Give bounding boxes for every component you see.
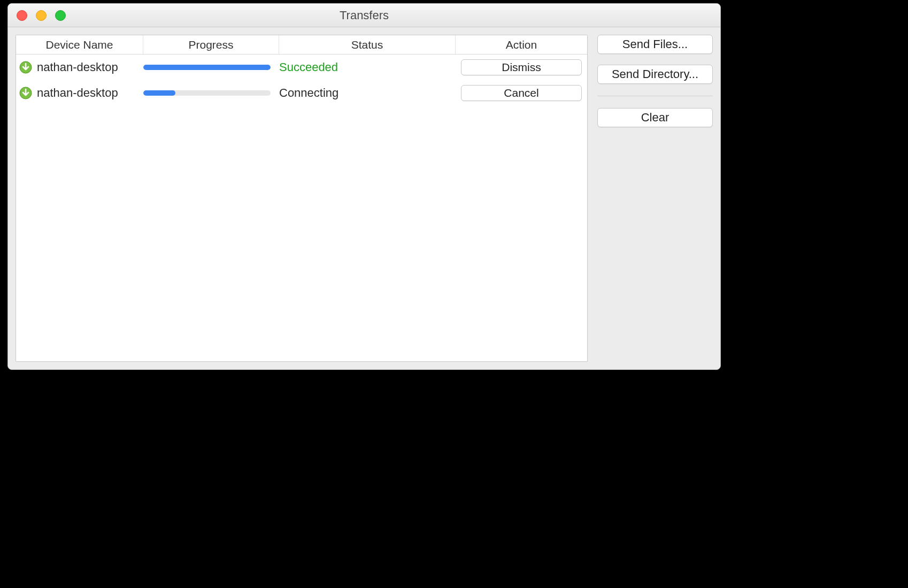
device-name: nathan-desktop <box>37 60 118 74</box>
zoom-button[interactable] <box>55 10 66 21</box>
status-cell: Connecting <box>279 86 456 100</box>
progress-bar <box>143 90 271 96</box>
progress-bar <box>143 65 271 70</box>
progress-fill <box>143 65 271 70</box>
send-directory-button[interactable]: Send Directory... <box>597 65 713 84</box>
table-body: nathan-desktopSucceededDismissnathan-des… <box>16 55 587 361</box>
column-header-action[interactable]: Action <box>456 35 587 54</box>
column-header-progress[interactable]: Progress <box>143 35 279 54</box>
divider <box>597 96 713 96</box>
clear-button[interactable]: Clear <box>597 108 713 127</box>
column-header-device[interactable]: Device Name <box>16 35 143 54</box>
titlebar[interactable]: Transfers <box>8 4 720 27</box>
device-cell: nathan-desktop <box>16 60 143 74</box>
window-controls <box>17 10 66 21</box>
minimize-button[interactable] <box>36 10 47 21</box>
progress-cell <box>143 90 279 96</box>
action-cell: Dismiss <box>456 59 587 75</box>
download-icon <box>19 61 32 74</box>
status-text: Succeeded <box>279 60 338 74</box>
send-files-button[interactable]: Send Files... <box>597 35 713 54</box>
action-cell: Cancel <box>456 85 587 101</box>
status-text: Connecting <box>279 86 338 100</box>
progress-fill <box>143 90 175 96</box>
close-button[interactable] <box>17 10 27 21</box>
device-cell: nathan-desktop <box>16 86 143 100</box>
progress-cell <box>143 65 279 70</box>
cancel-button[interactable]: Cancel <box>461 85 582 101</box>
column-header-status[interactable]: Status <box>279 35 456 54</box>
transfers-table: Device Name Progress Status Action natha… <box>16 35 588 362</box>
download-icon <box>19 87 32 99</box>
window-title: Transfers <box>8 9 720 22</box>
table-header: Device Name Progress Status Action <box>16 35 587 55</box>
status-cell: Succeeded <box>279 60 456 74</box>
transfers-window: Transfers Device Name Progress Status Ac… <box>7 3 721 370</box>
table-row[interactable]: nathan-desktopSucceededDismiss <box>16 55 587 80</box>
device-name: nathan-desktop <box>37 86 118 100</box>
sidebar: Send Files... Send Directory... Clear <box>597 35 713 362</box>
window-content: Device Name Progress Status Action natha… <box>8 27 720 369</box>
table-row[interactable]: nathan-desktopConnectingCancel <box>16 80 587 106</box>
dismiss-button[interactable]: Dismiss <box>461 59 582 75</box>
